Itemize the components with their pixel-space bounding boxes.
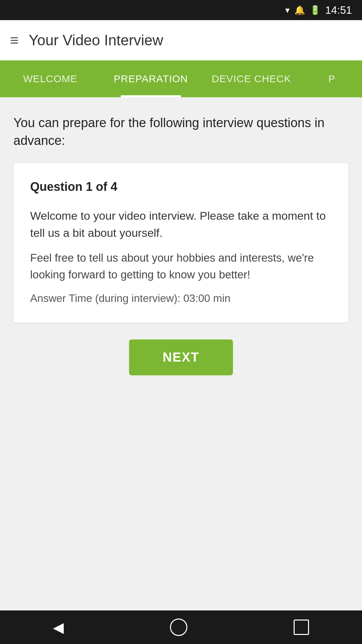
tab-preparation-label: PREPARATION [114, 73, 188, 85]
menu-icon[interactable]: ≡ [10, 33, 19, 48]
tab-welcome-label: WELCOME [23, 73, 77, 85]
status-bar: ▾ 🔔 🔋 14:51 [0, 0, 362, 20]
question-hint: Feel free to tell us about your hobbies … [30, 250, 332, 283]
home-icon[interactable] [170, 619, 187, 636]
intro-text: You can prepare for the following interv… [13, 114, 349, 150]
question-body: Welcome to your video interview. Please … [30, 207, 332, 241]
tab-device-check[interactable]: DEVICE CHECK [201, 60, 302, 97]
question-card: Question 1 of 4 Welcome to your video in… [13, 163, 349, 323]
question-title: Question 1 of 4 [30, 180, 332, 194]
tab-device-check-label: DEVICE CHECK [212, 73, 291, 85]
tab-partial-label: P [328, 73, 335, 85]
back-icon[interactable]: ◀ [53, 619, 64, 636]
app-title: Your Video Interview [29, 32, 163, 49]
tab-partial[interactable]: P [302, 60, 362, 97]
notification-icon: 🔔 [294, 5, 305, 15]
bottom-nav: ◀ [0, 610, 362, 644]
tab-bar: WELCOME PREPARATION DEVICE CHECK P [0, 60, 362, 97]
main-content: You can prepare for the following interv… [0, 97, 362, 610]
tab-welcome[interactable]: WELCOME [0, 60, 101, 97]
battery-icon: 🔋 [310, 5, 320, 15]
status-icons: ▾ 🔔 🔋 14:51 [285, 4, 352, 16]
button-container: NEXT [13, 339, 349, 375]
question-time: Answer Time (during interview): 03:00 mi… [30, 291, 332, 306]
status-time: 14:51 [325, 4, 352, 16]
recents-icon[interactable] [294, 620, 309, 635]
app-bar: ≡ Your Video Interview [0, 20, 362, 60]
wifi-icon: ▾ [285, 5, 290, 15]
next-button[interactable]: NEXT [129, 339, 233, 375]
tab-preparation[interactable]: PREPARATION [101, 60, 201, 97]
